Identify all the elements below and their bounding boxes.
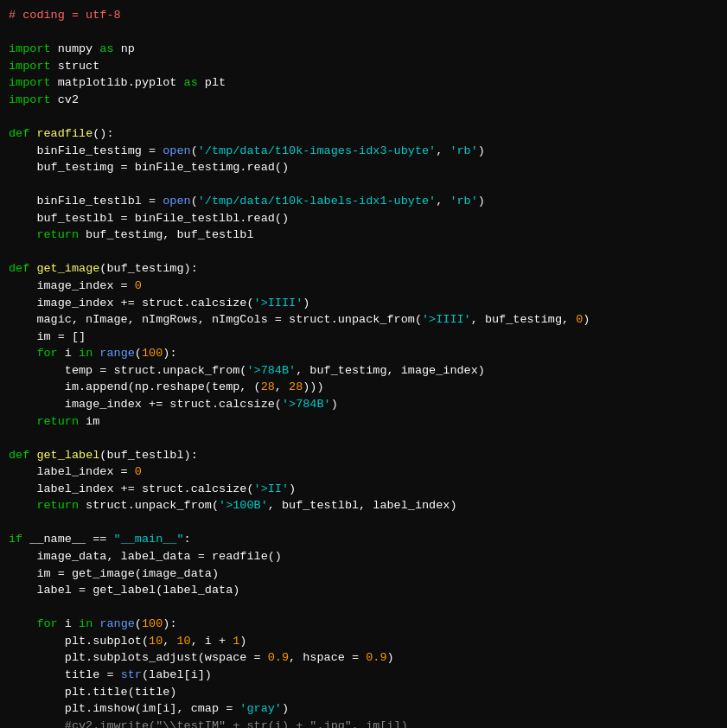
code-line-18: image_index += struct.calcsize('>IIII') xyxy=(9,295,718,312)
code-line-19: magic, nImage, nImgRows, nImgCols = stru… xyxy=(9,311,718,329)
code-line-43: #cv2.imwrite("\\testIM" + str(i) + ".jpg… xyxy=(9,718,718,728)
code-line-9: binFile_testimg = open('/tmp/data/t10k-i… xyxy=(9,143,718,160)
code-line-16: def get_image(buf_testimg): xyxy=(9,260,718,278)
code-line-3: import numpy as np xyxy=(9,41,718,58)
empty-line-7 xyxy=(9,108,718,125)
code-line-24: image_index += struct.calcsize('>784B') xyxy=(9,396,718,413)
code-line-5: import matplotlib.pyplot as plt xyxy=(9,74,718,92)
empty-line-15 xyxy=(9,244,718,261)
empty-line-36 xyxy=(9,599,718,616)
code-line-32: if __name__ == "__main__": xyxy=(9,531,718,548)
code-line-23: im.append(np.reshape(temp, (28, 28))) xyxy=(9,379,718,396)
empty-line-31 xyxy=(9,514,718,532)
code-line-14: return buf_testimg, buf_testlbl xyxy=(9,227,718,244)
code-line-4: import struct xyxy=(9,58,718,75)
code-line-42: plt.imshow(im[i], cmap = 'gray') xyxy=(9,700,718,718)
code-container: # coding = utf-8 import numpy as np impo… xyxy=(0,0,727,728)
code-line-38: plt.subplot(10, 10, i + 1) xyxy=(9,633,718,650)
code-line-39: plt.subplots_adjust(wspace = 0.9, hspace… xyxy=(9,649,718,667)
code-line-37: for i in range(100): xyxy=(9,616,718,633)
code-line-17: image_index = 0 xyxy=(9,278,718,295)
code-line-29: label_index += struct.calcsize('>II') xyxy=(9,481,718,498)
code-line-20: im = [] xyxy=(9,329,718,346)
code-line-27: def get_label(buf_testlbl): xyxy=(9,447,718,464)
code-line-13: buf_testlbl = binFile_testlbl.read() xyxy=(9,210,718,227)
code-line-12: binFile_testlbl = open('/tmp/data/t10k-l… xyxy=(9,193,718,210)
code-line-21: for i in range(100): xyxy=(9,345,718,362)
code-line-41: plt.title(title) xyxy=(9,684,718,701)
comment-hash: # coding = utf-8 xyxy=(9,9,121,22)
code-line-34: im = get_image(image_data) xyxy=(9,565,718,583)
code-line-25: return im xyxy=(9,413,718,431)
empty-line-2 xyxy=(9,24,718,42)
code-line-6: import cv2 xyxy=(9,92,718,109)
code-line-10: buf_testimg = binFile_testimg.read() xyxy=(9,159,718,176)
code-line-30: return struct.unpack_from('>100B', buf_t… xyxy=(9,497,718,514)
code-line-35: label = get_label(label_data) xyxy=(9,582,718,599)
code-line-33: image_data, label_data = readfile() xyxy=(9,548,718,565)
code-line-1: # coding = utf-8 xyxy=(9,7,718,24)
empty-line-11 xyxy=(9,176,718,194)
code-line-28: label_index = 0 xyxy=(9,463,718,481)
empty-line-26 xyxy=(9,430,718,447)
code-line-40: title = str(label[i]) xyxy=(9,667,718,684)
code-line-8: def readfile(): xyxy=(9,125,718,143)
code-line-22: temp = struct.unpack_from('>784B', buf_t… xyxy=(9,362,718,380)
